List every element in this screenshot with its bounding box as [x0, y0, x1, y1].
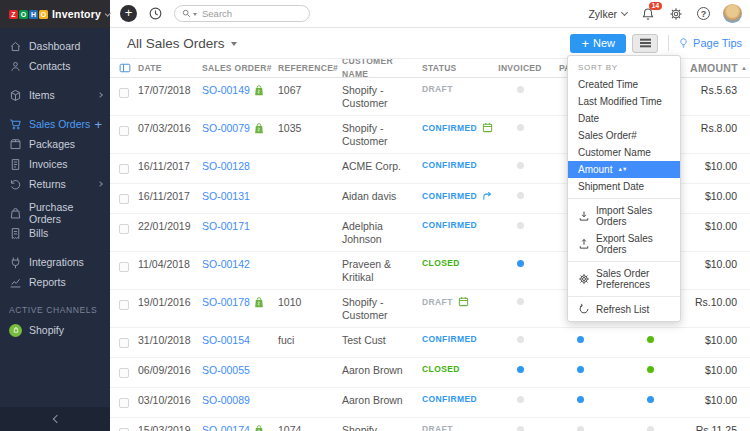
invoiced-dot — [517, 162, 524, 169]
sales-order-link[interactable]: SO-00149 — [202, 84, 250, 96]
row-checkbox[interactable] — [119, 368, 129, 378]
sidebar-item-items[interactable]: Items — [0, 85, 110, 105]
sidebar-item-integrations[interactable]: Integrations — [0, 252, 110, 272]
invoiced-dot — [517, 366, 524, 373]
cell-amount: $10.00 — [690, 190, 750, 202]
quick-create-button[interactable]: + — [120, 5, 137, 22]
brand-logo[interactable]: Z O H O Inventory — [0, 0, 110, 28]
header-date[interactable]: DATE — [138, 63, 202, 73]
sidebar-item-invoices[interactable]: Invoices — [0, 154, 110, 174]
sales-order-link[interactable]: SO-00142 — [202, 258, 250, 270]
global-search[interactable] — [174, 5, 310, 22]
list-options-button[interactable] — [632, 34, 658, 53]
search-input[interactable] — [202, 8, 292, 19]
sidebar-item-contacts[interactable]: Contacts — [0, 56, 110, 76]
help-button[interactable]: ? — [697, 7, 710, 20]
cell-customer: Aaron Brown — [342, 394, 422, 407]
sort-option[interactable]: Shipment Date ▲▼ — [568, 178, 680, 195]
sort-option[interactable]: Date ▲▼ — [568, 110, 680, 127]
user-avatar[interactable] — [723, 4, 742, 23]
sidebar-item-shopify[interactable]: Shopify — [0, 320, 110, 340]
page-tips-link[interactable]: Page Tips — [678, 37, 742, 49]
menu-item-import[interactable]: Import Sales Orders — [568, 202, 680, 230]
row-checkbox[interactable] — [119, 164, 129, 174]
recent-history-icon[interactable] — [148, 6, 163, 21]
table-row[interactable]: 06/09/2016 SO-00055 Aaron Brown CLOSED — [110, 358, 750, 388]
sales-order-link[interactable]: SO-00154 — [202, 334, 250, 346]
cell-amount: $10.00 — [690, 394, 750, 406]
cell-date: 11/04/2018 — [138, 258, 202, 270]
sales-order-link[interactable]: SO-00178 — [202, 296, 250, 308]
status-badge: CONFIRMED — [422, 123, 477, 133]
cell-amount: $10.00 — [690, 334, 750, 346]
add-sales-order-icon[interactable]: + — [94, 118, 102, 131]
row-checkbox[interactable] — [119, 262, 129, 272]
sales-order-link[interactable]: SO-00174 — [202, 424, 250, 431]
sales-order-link[interactable]: SO-00089 — [202, 394, 250, 406]
table-row[interactable]: 31/10/2018 SO-00154 fuci Test Cust CONFI… — [110, 328, 750, 358]
sidebar-item-packages[interactable]: Packages — [0, 134, 110, 154]
cell-reference: fuci — [278, 334, 342, 346]
menu-item-refresh[interactable]: Refresh List — [568, 300, 680, 318]
sidebar-item-sales-orders[interactable]: Sales Orders + — [0, 114, 110, 134]
hamburger-icon — [640, 42, 651, 44]
sidebar-item-bills[interactable]: Bills — [0, 223, 110, 243]
sidebar-item-returns[interactable]: Returns — [0, 174, 110, 194]
sort-option[interactable]: Amount ▲▼ — [568, 161, 680, 178]
sort-option[interactable]: Customer Name ▲▼ — [568, 144, 680, 161]
header-amount[interactable]: AMOUNT▲ — [690, 62, 750, 74]
table-row[interactable]: 15/03/2019 SO-00174 1074 Shopify - Custo… — [110, 418, 750, 431]
header-invoiced[interactable]: INVOICED — [494, 63, 550, 73]
divider — [568, 296, 680, 297]
new-button[interactable]: + New — [570, 34, 626, 53]
row-checkbox[interactable] — [119, 338, 129, 348]
sales-order-link[interactable]: SO-00171 — [202, 220, 250, 232]
row-checkbox[interactable] — [119, 194, 129, 204]
person-icon — [9, 60, 22, 73]
table-row[interactable]: 03/10/2016 SO-00089 Aaron Brown CONFIRME… — [110, 388, 750, 418]
menu-item-export[interactable]: Export Sales Orders — [568, 230, 680, 258]
chevron-left-icon — [52, 415, 60, 423]
sort-option[interactable]: Created Time ▲▼ — [568, 76, 680, 93]
view-selector[interactable]: All Sales Orders — [127, 36, 237, 51]
sidebar-item-purchase-orders[interactable]: Purchase Orders — [0, 203, 110, 223]
row-checkbox[interactable] — [119, 398, 129, 408]
menu-item-preferences[interactable]: Sales Order Preferences — [568, 265, 680, 293]
header-sales-order[interactable]: SALES ORDER# — [202, 63, 278, 73]
sales-order-link[interactable]: SO-00128 — [202, 160, 250, 172]
sort-option[interactable]: Sales Order# ▲▼ — [568, 127, 680, 144]
column-customize-icon[interactable] — [110, 62, 138, 74]
sidebar-item-dashboard[interactable]: Dashboard — [0, 36, 110, 56]
header-customer[interactable]: CUSTOMER NAME — [342, 59, 422, 81]
sidebar-collapse-button[interactable] — [0, 407, 110, 431]
sidebar-item-reports[interactable]: Reports — [0, 272, 110, 292]
sort-option[interactable]: Last Modified Time ▲▼ — [568, 93, 680, 110]
channel-label: Shopify — [29, 324, 64, 336]
chevron-down-icon — [621, 9, 628, 16]
search-scope-caret-icon[interactable] — [193, 13, 197, 16]
row-checkbox[interactable] — [119, 88, 129, 98]
shipped-dot — [647, 426, 654, 431]
sales-order-link[interactable]: SO-00079 — [202, 122, 250, 134]
cell-date: 19/01/2016 — [138, 296, 202, 308]
invoiced-dot — [517, 260, 524, 267]
cell-date: 06/09/2016 — [138, 364, 202, 376]
row-checkbox[interactable] — [119, 300, 129, 310]
sidebar-item-label: Invoices — [29, 158, 68, 170]
sales-order-link[interactable]: SO-00055 — [202, 364, 250, 376]
header-reference[interactable]: REFERENCE# — [278, 63, 342, 73]
sidebar-item-label: Packages — [29, 138, 75, 150]
status-badge: CONFIRMED — [422, 191, 477, 201]
cell-customer: Aidan davis — [342, 190, 422, 203]
notifications-button[interactable]: 14 — [641, 7, 655, 21]
invoiced-dot — [517, 298, 524, 305]
bulb-icon — [678, 37, 689, 49]
plus-icon: + — [581, 36, 589, 51]
payment-dot — [577, 426, 584, 431]
sales-order-link[interactable]: SO-00131 — [202, 190, 250, 202]
settings-button[interactable] — [669, 7, 683, 21]
row-checkbox[interactable] — [119, 126, 129, 136]
header-status[interactable]: STATUS — [422, 63, 494, 73]
org-selector[interactable]: Zylker — [588, 8, 627, 20]
row-checkbox[interactable] — [119, 224, 129, 234]
